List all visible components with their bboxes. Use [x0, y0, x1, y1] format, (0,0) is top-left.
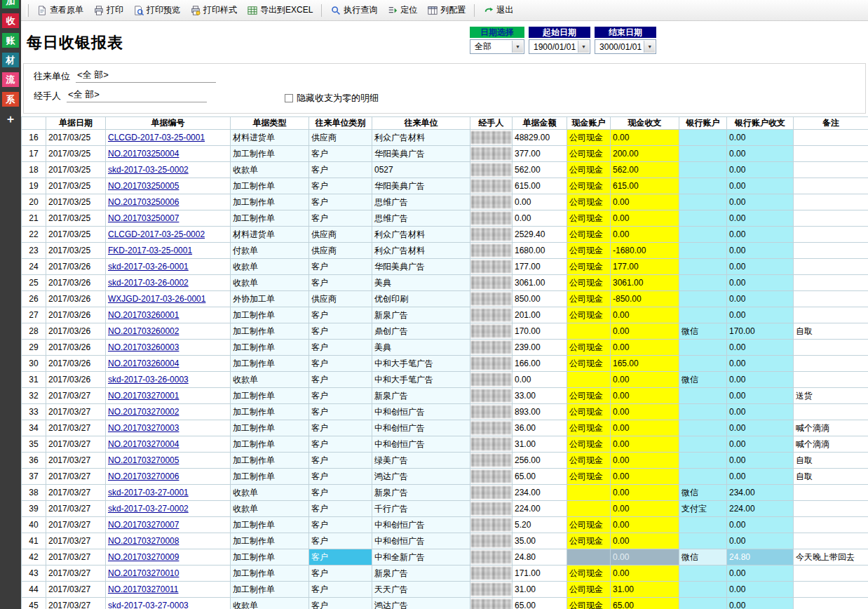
doc-no-link[interactable]: NO.201703270010 — [108, 568, 179, 578]
table-row[interactable]: 312017/03/26skd-2017-03-26-0003收款单客户中和大手… — [22, 372, 868, 388]
cell-amount[interactable]: 177.00 — [513, 259, 567, 275]
cell-cat[interactable]: 客户 — [309, 453, 372, 469]
cell-remark[interactable] — [794, 227, 868, 243]
cell-bankacct[interactable] — [679, 453, 727, 469]
cell-cashacct[interactable]: 公司现金 — [567, 533, 611, 549]
cell-cashflow[interactable]: 0.00 — [611, 517, 679, 533]
cell-date[interactable]: 2017/03/27 — [46, 485, 106, 501]
cell-num[interactable]: 34 — [22, 420, 46, 436]
table-row[interactable]: 172017/03/25NO.201703250004加工制作单客户华阳美典广告… — [22, 146, 868, 162]
cell-handler[interactable] — [470, 146, 513, 162]
cell-docno[interactable]: skd-2017-03-25-0002 — [106, 162, 231, 178]
cell-type[interactable]: 加工制作单 — [231, 356, 309, 372]
cell-amount[interactable]: 256.00 — [513, 453, 567, 469]
doc-no-link[interactable]: skd-2017-03-27-0003 — [108, 601, 189, 609]
cell-cat[interactable]: 客户 — [309, 549, 372, 566]
cell-num[interactable]: 38 — [22, 485, 46, 501]
cell-type[interactable]: 收款单 — [231, 162, 309, 178]
doc-no-link[interactable]: skd-2017-03-25-0002 — [108, 165, 189, 175]
cell-amount[interactable]: 0.00 — [513, 194, 567, 210]
cell-docno[interactable]: WXJGD-2017-03-26-0001 — [106, 291, 231, 307]
cell-partner[interactable]: 利众广告材料 — [372, 227, 470, 243]
cell-date[interactable]: 2017/03/26 — [46, 259, 106, 275]
cell-date[interactable]: 2017/03/26 — [46, 291, 106, 307]
cell-bankflow[interactable]: 0.00 — [727, 453, 794, 469]
table-row[interactable]: 352017/03/27NO.201703270004加工制作单客户中和创恒广告… — [22, 436, 868, 453]
cell-date[interactable]: 2017/03/25 — [46, 210, 106, 227]
cell-bankacct[interactable]: 微信 — [679, 485, 727, 501]
cell-amount[interactable]: 171.00 — [513, 566, 567, 582]
cell-date[interactable]: 2017/03/25 — [46, 243, 106, 259]
cell-type[interactable]: 加工制作单 — [231, 194, 309, 210]
cell-handler[interactable] — [470, 485, 513, 501]
cell-docno[interactable]: NO.201703250006 — [106, 194, 231, 210]
cell-bankflow[interactable]: 0.00 — [727, 598, 794, 609]
cell-cat[interactable]: 客户 — [309, 420, 372, 436]
cell-num[interactable]: 36 — [22, 453, 46, 469]
cell-handler[interactable] — [470, 307, 513, 323]
cell-amount[interactable]: 0.00 — [513, 372, 567, 388]
doc-no-link[interactable]: NO.201703270002 — [108, 407, 179, 417]
cell-docno[interactable]: skd-2017-03-26-0002 — [106, 275, 231, 291]
cell-num[interactable]: 17 — [22, 146, 46, 162]
cell-cashflow[interactable]: 562.00 — [611, 162, 679, 178]
table-row[interactable]: 342017/03/27NO.201703270003加工制作单客户中和创恒广告… — [22, 420, 868, 436]
cell-partner[interactable]: 利众广告材料 — [372, 243, 470, 259]
cell-bankacct[interactable]: 微信 — [679, 323, 727, 340]
cell-handler[interactable] — [470, 549, 513, 566]
cell-amount[interactable]: 24.80 — [513, 549, 567, 566]
end-date-select[interactable]: 3000/01/01 ▼ — [595, 39, 656, 54]
cell-num[interactable]: 21 — [22, 210, 46, 227]
cell-cashflow[interactable]: 0.00 — [611, 307, 679, 323]
doc-no-link[interactable]: CLCGD-2017-03-25-0002 — [108, 229, 205, 239]
cell-num[interactable]: 29 — [22, 340, 46, 356]
sidebar-item-2[interactable]: 收 — [2, 13, 19, 28]
cell-bankflow[interactable]: 0.00 — [727, 210, 794, 227]
cell-date[interactable]: 2017/03/27 — [46, 582, 106, 598]
cell-handler[interactable] — [470, 340, 513, 356]
cell-docno[interactable]: NO.201703270009 — [106, 549, 231, 566]
table-row[interactable]: 202017/03/25NO.201703250006加工制作单客户思维广告0.… — [22, 194, 868, 210]
cell-num[interactable]: 24 — [22, 259, 46, 275]
cell-cat[interactable]: 供应商 — [309, 227, 372, 243]
cell-docno[interactable]: NO.201703260002 — [106, 323, 231, 340]
cell-num[interactable]: 30 — [22, 356, 46, 372]
cell-cashacct[interactable]: 公司现金 — [567, 453, 611, 469]
cell-docno[interactable]: skd-2017-03-26-0003 — [106, 372, 231, 388]
toolbar-button-run-query[interactable]: 执行查询 — [326, 1, 381, 19]
cell-partner[interactable]: 千行广告 — [372, 501, 470, 517]
cell-bankflow[interactable]: 0.00 — [727, 404, 794, 420]
cell-bankflow[interactable]: 0.00 — [727, 517, 794, 533]
cell-amount[interactable]: 5.20 — [513, 517, 567, 533]
cell-amount[interactable]: 3061.00 — [513, 275, 567, 291]
cell-cat[interactable]: 客户 — [309, 275, 372, 291]
cell-cashflow[interactable]: 0.00 — [611, 404, 679, 420]
cell-bankacct[interactable] — [679, 194, 727, 210]
cell-bankflow[interactable]: 0.00 — [727, 307, 794, 323]
cell-type[interactable]: 材料进货单 — [231, 130, 309, 146]
cell-bankacct[interactable] — [679, 533, 727, 549]
cell-bankacct[interactable] — [679, 146, 727, 162]
table-row[interactable]: 432017/03/27NO.201703270010加工制作单客户新泉广告17… — [22, 566, 868, 582]
table-row[interactable]: 422017/03/27NO.201703270009加工制作单客户中和全新广告… — [22, 549, 868, 566]
table-row[interactable]: 182017/03/25skd-2017-03-25-0002收款单客户0527… — [22, 162, 868, 178]
cell-type[interactable]: 加工制作单 — [231, 340, 309, 356]
cell-cat[interactable]: 客户 — [309, 501, 372, 517]
handler-filter-value[interactable]: <全 部> — [67, 89, 207, 102]
doc-no-link[interactable]: NO.201703270008 — [108, 536, 179, 546]
cell-amount[interactable]: 239.00 — [513, 340, 567, 356]
cell-handler[interactable] — [470, 130, 513, 146]
table-row[interactable]: 252017/03/26skd-2017-03-26-0002收款单客户美典30… — [22, 275, 868, 291]
cell-cat[interactable]: 客户 — [309, 404, 372, 420]
table-row[interactable]: 162017/03/25CLCGD-2017-03-25-0001材料进货单供应… — [22, 130, 868, 146]
cell-handler[interactable] — [470, 372, 513, 388]
cell-cat[interactable]: 客户 — [309, 146, 372, 162]
cell-amount[interactable]: 2529.40 — [513, 227, 567, 243]
toolbar-button-print-preview[interactable]: 打印预览 — [129, 1, 184, 19]
cell-bankacct[interactable] — [679, 404, 727, 420]
cell-cat[interactable]: 客户 — [309, 372, 372, 388]
cell-partner[interactable]: 新泉广告 — [372, 307, 470, 323]
cell-remark[interactable] — [794, 291, 868, 307]
cell-cashflow[interactable]: 165.00 — [611, 356, 679, 372]
cell-partner[interactable]: 美典 — [372, 340, 470, 356]
